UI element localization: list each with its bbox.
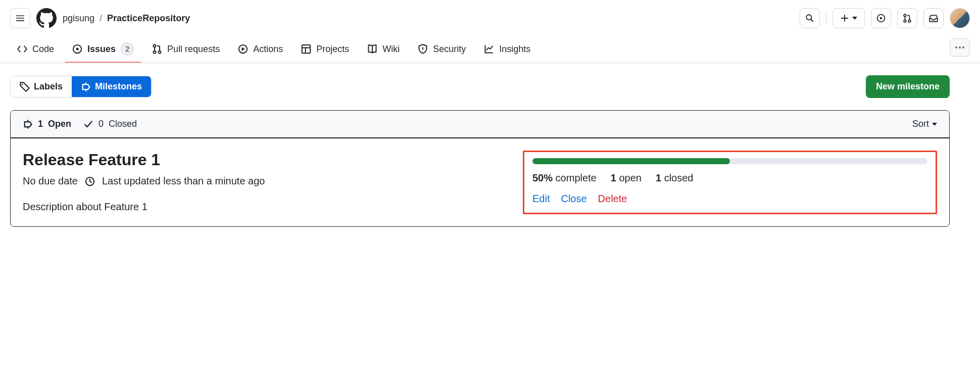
milestone-progress-highlight: 50% complete 1 open 1 closed Edit Close … — [523, 151, 937, 214]
tab-actions[interactable]: Actions — [231, 38, 290, 62]
stat-complete: 50% complete — [532, 172, 597, 184]
open-label: Open — [48, 119, 71, 129]
open-filter[interactable]: 1 Open — [23, 119, 71, 129]
check-icon — [83, 119, 93, 129]
tab-label: Wiki — [382, 44, 400, 55]
sort-dropdown[interactable]: Sort — [912, 119, 937, 129]
filter-row: Labels Milestones New milestone — [10, 75, 950, 98]
closed-label: Closed — [109, 119, 137, 129]
issues-counter: 2 — [121, 42, 134, 56]
tab-label: Insights — [499, 44, 530, 55]
milestones-tab[interactable]: Milestones — [72, 76, 151, 97]
search-icon — [805, 14, 814, 23]
milestones-list: 1 Open 0 Closed Sort Release Feature 1 N… — [10, 110, 950, 227]
breadcrumb: pgisung / PracticeRepository — [63, 13, 190, 24]
issue-opened-icon — [876, 14, 886, 23]
main-content: Labels Milestones New milestone 1 Open 0… — [0, 63, 960, 239]
open-count: 1 — [38, 119, 43, 129]
book-icon — [367, 44, 377, 54]
inbox-button[interactable] — [923, 8, 944, 28]
hamburger-menu-button[interactable] — [10, 8, 30, 28]
labels-milestones-toggle: Labels Milestones — [10, 76, 152, 98]
closed-filter[interactable]: 0 Closed — [83, 119, 137, 129]
divider — [826, 12, 826, 24]
milestone-info: Release Feature 1 No due date Last updat… — [23, 151, 503, 214]
header-actions — [800, 8, 970, 28]
git-pull-request-icon — [903, 14, 912, 23]
play-icon — [238, 44, 248, 54]
labels-tab[interactable]: Labels — [11, 76, 72, 97]
caret-down-icon — [932, 123, 937, 126]
plus-icon — [840, 14, 849, 23]
progress-fill — [532, 158, 730, 164]
tab-label: Security — [433, 44, 466, 55]
tab-issues[interactable]: Issues 2 — [65, 36, 141, 63]
search-button[interactable] — [800, 8, 820, 28]
user-avatar[interactable] — [950, 8, 970, 28]
milestone-item: Release Feature 1 No due date Last updat… — [11, 138, 949, 226]
delete-link[interactable]: Delete — [598, 193, 627, 205]
github-logo[interactable] — [36, 8, 57, 28]
add-dropdown-button[interactable] — [832, 8, 865, 28]
clock-icon — [85, 176, 95, 186]
svg-point-9 — [159, 51, 161, 54]
svg-point-7 — [154, 44, 156, 47]
code-icon — [17, 44, 27, 54]
breadcrumb-owner[interactable]: pgisung — [63, 13, 94, 24]
milestone-actions: Edit Close Delete — [532, 193, 927, 205]
milestone-icon — [23, 119, 33, 129]
stat-closed[interactable]: 1 closed — [656, 172, 694, 184]
tab-label: Pull requests — [167, 44, 220, 55]
milestone-title[interactable]: Release Feature 1 — [23, 151, 503, 169]
hamburger-icon — [16, 14, 25, 23]
caret-down-icon — [852, 17, 857, 20]
svg-point-15 — [22, 83, 23, 85]
svg-point-2 — [904, 14, 906, 17]
git-pull-request-icon — [152, 44, 162, 54]
sort-label: Sort — [912, 119, 929, 129]
svg-point-14 — [962, 46, 964, 49]
milestone-updated: Last updated less than a minute ago — [102, 175, 265, 187]
svg-point-8 — [154, 51, 156, 54]
breadcrumb-separator: / — [100, 13, 102, 24]
tab-label: Projects — [316, 44, 349, 55]
tab-projects[interactable]: Projects — [294, 38, 356, 62]
pull-requests-button[interactable] — [897, 8, 917, 28]
tag-icon — [20, 82, 30, 92]
svg-point-3 — [904, 20, 906, 22]
tab-wiki[interactable]: Wiki — [360, 38, 407, 62]
shield-icon — [418, 44, 428, 54]
svg-point-12 — [955, 46, 957, 49]
closed-count: 0 — [99, 119, 104, 129]
tab-pull-requests[interactable]: Pull requests — [145, 38, 227, 62]
more-tabs-button[interactable] — [950, 38, 970, 57]
milestone-icon — [81, 82, 91, 92]
tab-label: Issues — [87, 44, 116, 55]
svg-point-13 — [959, 46, 961, 49]
svg-point-4 — [908, 20, 911, 22]
svg-point-1 — [880, 17, 883, 20]
kebab-horizontal-icon — [955, 46, 964, 49]
edit-link[interactable]: Edit — [532, 193, 550, 205]
tab-security[interactable]: Security — [411, 38, 473, 62]
github-icon — [36, 8, 57, 28]
graph-icon — [484, 44, 494, 54]
global-header: pgisung / PracticeRepository — [0, 0, 980, 36]
milestone-stats: 50% complete 1 open 1 closed — [532, 172, 927, 184]
repo-nav: Code Issues 2 Pull requests Actions Proj… — [0, 36, 980, 63]
tab-code[interactable]: Code — [10, 38, 61, 62]
table-icon — [301, 44, 311, 54]
issue-opened-icon — [72, 44, 82, 54]
stat-open[interactable]: 1 open — [611, 172, 642, 184]
breadcrumb-repo[interactable]: PracticeRepository — [107, 13, 190, 24]
tab-label: Code — [32, 44, 54, 55]
progress-bar — [532, 158, 927, 164]
new-milestone-button[interactable]: New milestone — [866, 75, 950, 98]
tab-insights[interactable]: Insights — [477, 38, 537, 62]
close-link[interactable]: Close — [561, 193, 586, 205]
svg-rect-11 — [302, 45, 310, 53]
svg-point-6 — [76, 48, 79, 51]
issues-button[interactable] — [871, 8, 891, 28]
labels-label: Labels — [34, 81, 63, 92]
milestone-description: Description about Feature 1 — [23, 201, 503, 213]
